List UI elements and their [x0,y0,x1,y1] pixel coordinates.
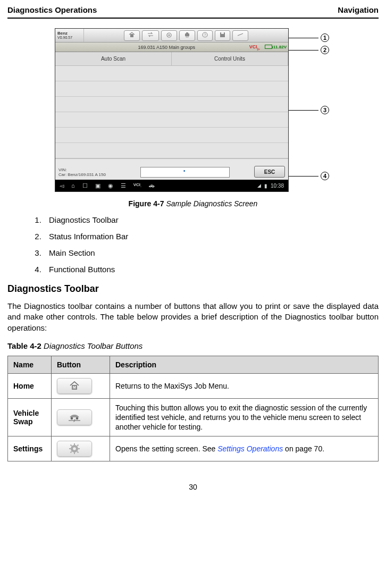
row-button: M [52,373,110,398]
desc-pre: Opens the setting screen. See [115,444,217,453]
svg-text:M: M [73,385,76,389]
figcap-bold: Figure 4-7 [129,199,166,208]
recent-icon[interactable]: ☐ [82,182,88,189]
table-row: Settings Opens the setting screen. See S… [8,436,379,461]
toolbar-icons: ? [84,30,288,41]
vci-icon: VCI▷ [249,44,263,51]
car-icon[interactable]: 🚗︎ [149,182,155,189]
footer-input[interactable] [140,167,230,178]
settings-icon[interactable] [161,30,177,41]
status-right: VCI▷ 11.82V [249,44,288,51]
status-information-bar: 169.031 A150 Main groups VCI▷ 11.82V [55,43,288,52]
sample-diagnostics-figure: Benz V0.90.57 ? 169.031 A150 Main groups… [55,28,331,192]
svg-rect-4 [186,32,188,33]
screenshot-icon[interactable]: ▣ [95,182,100,189]
battery-icon [265,45,272,49]
header-right: Navigation [338,5,379,14]
svg-line-23 [71,452,72,453]
table-caption: Table 4-2 Diagnostics Toolbar Buttons [7,341,379,350]
settings-button-icon [57,441,92,457]
table-row [55,97,288,112]
figure-caption: Figure 4-7 Sample Diagnostics Screen [7,199,379,208]
row-button [52,436,110,461]
save-icon[interactable] [215,30,230,41]
vin-info: VIN: Car: Benz/169.031 A 150 [58,167,106,178]
diagnostics-toolbar: Benz V0.90.57 ? [55,29,288,43]
svg-point-13 [71,417,73,420]
svg-point-16 [73,448,76,451]
functional-buttons-bar: VIN: Car: Benz/169.031 A 150 ESC [55,158,288,180]
diagnostics-toolbar-table: Name Button Description Home M Returns t… [7,356,379,462]
tab-auto-scan[interactable]: Auto Scan [55,52,172,65]
th-description: Description [110,356,379,373]
vin-line1: VIN: [58,167,67,172]
callout-1: 1 [321,33,329,42]
esc-button[interactable]: ESC [254,166,285,178]
page-number: 30 [7,483,379,491]
data-logging-icon[interactable] [232,30,248,41]
table-row [55,66,288,81]
row-name: Home [8,373,52,398]
table-row [55,112,288,128]
header-left: Diagnostics Operations [7,5,97,14]
row-name: Settings [8,436,52,461]
status-title: 169.031 A150 Main groups [84,45,249,50]
svg-point-14 [76,417,79,420]
numbered-list: Diagnostics Toolbar Status Information B… [44,215,379,274]
header-rule [7,18,379,19]
print-icon[interactable] [179,30,195,41]
row-desc: Opens the setting screen. See Settings O… [110,436,379,461]
svg-line-10 [238,33,243,36]
battery-indicator: 11.82V [265,45,288,49]
svg-line-24 [77,445,78,446]
home-button-icon: M [57,378,92,394]
logo-primary: Benz [57,31,83,36]
home-icon[interactable]: ⌂ [71,182,75,189]
th-name: Name [8,356,52,373]
row-name: Vehicle Swap [8,398,52,436]
battery-voltage: 11.82V [273,45,287,49]
table-row [55,143,288,158]
row-desc: Touching this button allows you to exit … [110,398,379,436]
callout-4: 4 [321,172,329,180]
svg-rect-3 [185,33,189,36]
svg-line-22 [77,452,78,453]
vehicle-swap-icon[interactable] [142,30,159,41]
figcap-ital: Sample Diagnostics Screen [166,199,257,208]
table-row [55,128,288,143]
toolbar-logo: Benz V0.90.57 [55,29,84,42]
list-item: Functional Buttons [44,265,379,274]
th-button: Button [52,356,110,373]
wifi-icon: ◢ [257,183,261,188]
signal-icon: ▮ [264,183,267,189]
callout-2: 2 [321,46,329,54]
tablecap-ital: Diagnostics Toolbar Buttons [44,341,142,350]
list-item: Main Section [44,248,379,257]
svg-line-21 [71,445,72,446]
help-icon[interactable]: ? [197,30,213,41]
vci-bar-icon[interactable]: VCI◦ [133,182,141,189]
android-nav-bar: ◅ ⌂ ☐ ▣ ◉ ☰ VCI◦ 🚗︎ ◢ ▮ 10:38 [55,180,288,191]
section-body: The Diagnostics toolbar contains a numbe… [7,301,379,333]
row-button [52,398,110,436]
section-heading: Diagnostics Toolbar [7,283,379,295]
home-icon[interactable] [124,30,140,41]
camera-icon[interactable]: ◉ [108,182,113,189]
screenshot: Benz V0.90.57 ? 169.031 A150 Main groups… [55,28,289,192]
svg-rect-9 [221,32,224,34]
table-row: Home M Returns to the MaxiSys Job Menu. [8,373,379,398]
table-row: Vehicle Swap Touching this button allows… [8,398,379,436]
svg-rect-0 [130,34,133,37]
app-icon[interactable]: ☰ [121,182,126,189]
svg-point-2 [169,34,170,36]
vin-line2: Car: Benz/169.031 A 150 [58,172,106,177]
vehicle-swap-button-icon [57,409,92,425]
tablecap-bold: Table 4-2 [7,341,44,350]
back-icon[interactable]: ◅ [60,182,64,189]
svg-rect-5 [186,36,188,37]
tab-control-units[interactable]: Control Units [172,52,288,65]
callout-3: 3 [321,106,329,114]
settings-operations-link[interactable]: Settings Operations [217,444,283,453]
clock: 10:38 [271,183,284,189]
logo-secondary: V0.90.57 [57,36,83,39]
